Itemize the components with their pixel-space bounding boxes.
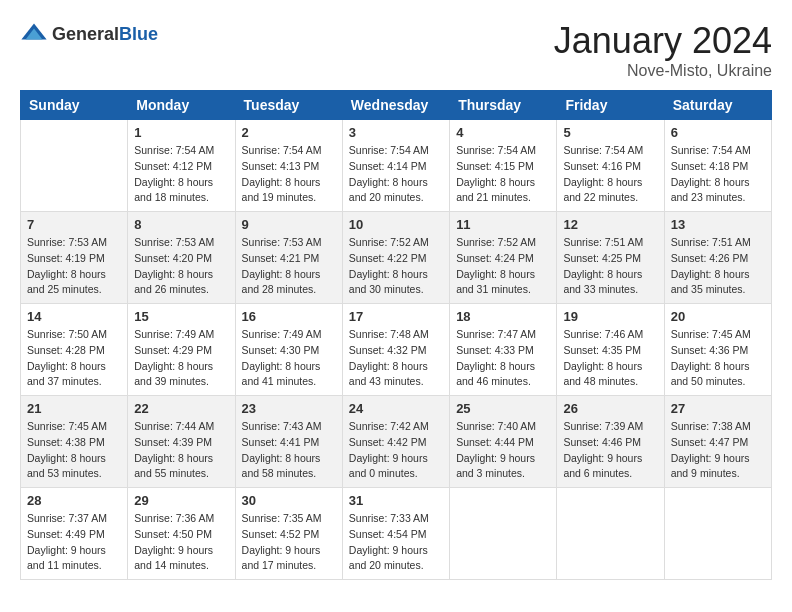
day-info: Sunrise: 7:53 AMSunset: 4:20 PMDaylight:… [134,235,228,298]
day-number: 13 [671,217,765,232]
day-number: 7 [27,217,121,232]
calendar-table: Sunday Monday Tuesday Wednesday Thursday… [20,90,772,580]
table-row: 21Sunrise: 7:45 AMSunset: 4:38 PMDayligh… [21,396,128,488]
table-row: 10Sunrise: 7:52 AMSunset: 4:22 PMDayligh… [342,212,449,304]
day-number: 21 [27,401,121,416]
table-row: 14Sunrise: 7:50 AMSunset: 4:28 PMDayligh… [21,304,128,396]
day-number: 20 [671,309,765,324]
logo-text: GeneralBlue [52,24,158,45]
header-monday: Monday [128,91,235,120]
day-number: 3 [349,125,443,140]
day-number: 29 [134,493,228,508]
day-number: 22 [134,401,228,416]
day-number: 15 [134,309,228,324]
table-row: 18Sunrise: 7:47 AMSunset: 4:33 PMDayligh… [450,304,557,396]
table-row: 22Sunrise: 7:44 AMSunset: 4:39 PMDayligh… [128,396,235,488]
table-row: 31Sunrise: 7:33 AMSunset: 4:54 PMDayligh… [342,488,449,580]
table-row [21,120,128,212]
table-row: 15Sunrise: 7:49 AMSunset: 4:29 PMDayligh… [128,304,235,396]
location-title: Nove-Misto, Ukraine [554,62,772,80]
day-number: 4 [456,125,550,140]
table-row: 30Sunrise: 7:35 AMSunset: 4:52 PMDayligh… [235,488,342,580]
table-row: 17Sunrise: 7:48 AMSunset: 4:32 PMDayligh… [342,304,449,396]
table-row: 13Sunrise: 7:51 AMSunset: 4:26 PMDayligh… [664,212,771,304]
day-number: 18 [456,309,550,324]
header-thursday: Thursday [450,91,557,120]
day-number: 5 [563,125,657,140]
day-info: Sunrise: 7:54 AMSunset: 4:12 PMDaylight:… [134,143,228,206]
header-sunday: Sunday [21,91,128,120]
calendar-header-row: Sunday Monday Tuesday Wednesday Thursday… [21,91,772,120]
table-row: 2Sunrise: 7:54 AMSunset: 4:13 PMDaylight… [235,120,342,212]
header-wednesday: Wednesday [342,91,449,120]
month-title: January 2024 [554,20,772,62]
table-row: 11Sunrise: 7:52 AMSunset: 4:24 PMDayligh… [450,212,557,304]
day-info: Sunrise: 7:51 AMSunset: 4:25 PMDaylight:… [563,235,657,298]
calendar-week-row: 21Sunrise: 7:45 AMSunset: 4:38 PMDayligh… [21,396,772,488]
calendar-week-row: 14Sunrise: 7:50 AMSunset: 4:28 PMDayligh… [21,304,772,396]
day-number: 19 [563,309,657,324]
table-row: 19Sunrise: 7:46 AMSunset: 4:35 PMDayligh… [557,304,664,396]
table-row: 9Sunrise: 7:53 AMSunset: 4:21 PMDaylight… [235,212,342,304]
day-info: Sunrise: 7:54 AMSunset: 4:15 PMDaylight:… [456,143,550,206]
day-number: 16 [242,309,336,324]
header-tuesday: Tuesday [235,91,342,120]
day-info: Sunrise: 7:39 AMSunset: 4:46 PMDaylight:… [563,419,657,482]
day-info: Sunrise: 7:54 AMSunset: 4:13 PMDaylight:… [242,143,336,206]
day-info: Sunrise: 7:54 AMSunset: 4:18 PMDaylight:… [671,143,765,206]
day-number: 26 [563,401,657,416]
day-number: 31 [349,493,443,508]
logo-icon [20,20,48,48]
day-number: 6 [671,125,765,140]
day-number: 1 [134,125,228,140]
day-number: 10 [349,217,443,232]
table-row: 6Sunrise: 7:54 AMSunset: 4:18 PMDaylight… [664,120,771,212]
day-info: Sunrise: 7:51 AMSunset: 4:26 PMDaylight:… [671,235,765,298]
table-row: 4Sunrise: 7:54 AMSunset: 4:15 PMDaylight… [450,120,557,212]
day-number: 2 [242,125,336,140]
day-info: Sunrise: 7:49 AMSunset: 4:30 PMDaylight:… [242,327,336,390]
day-number: 30 [242,493,336,508]
table-row: 25Sunrise: 7:40 AMSunset: 4:44 PMDayligh… [450,396,557,488]
day-info: Sunrise: 7:43 AMSunset: 4:41 PMDaylight:… [242,419,336,482]
table-row: 27Sunrise: 7:38 AMSunset: 4:47 PMDayligh… [664,396,771,488]
table-row: 8Sunrise: 7:53 AMSunset: 4:20 PMDaylight… [128,212,235,304]
day-number: 17 [349,309,443,324]
table-row: 24Sunrise: 7:42 AMSunset: 4:42 PMDayligh… [342,396,449,488]
day-info: Sunrise: 7:54 AMSunset: 4:16 PMDaylight:… [563,143,657,206]
day-number: 14 [27,309,121,324]
table-row: 12Sunrise: 7:51 AMSunset: 4:25 PMDayligh… [557,212,664,304]
table-row: 20Sunrise: 7:45 AMSunset: 4:36 PMDayligh… [664,304,771,396]
day-info: Sunrise: 7:52 AMSunset: 4:22 PMDaylight:… [349,235,443,298]
day-number: 11 [456,217,550,232]
day-info: Sunrise: 7:37 AMSunset: 4:49 PMDaylight:… [27,511,121,574]
day-info: Sunrise: 7:53 AMSunset: 4:21 PMDaylight:… [242,235,336,298]
day-info: Sunrise: 7:49 AMSunset: 4:29 PMDaylight:… [134,327,228,390]
header-friday: Friday [557,91,664,120]
logo-general: General [52,24,119,44]
day-info: Sunrise: 7:52 AMSunset: 4:24 PMDaylight:… [456,235,550,298]
page-header: GeneralBlue January 2024 Nove-Misto, Ukr… [20,20,772,80]
logo-blue: Blue [119,24,158,44]
table-row: 1Sunrise: 7:54 AMSunset: 4:12 PMDaylight… [128,120,235,212]
table-row [664,488,771,580]
header-saturday: Saturday [664,91,771,120]
day-info: Sunrise: 7:40 AMSunset: 4:44 PMDaylight:… [456,419,550,482]
table-row: 28Sunrise: 7:37 AMSunset: 4:49 PMDayligh… [21,488,128,580]
calendar-week-row: 1Sunrise: 7:54 AMSunset: 4:12 PMDaylight… [21,120,772,212]
day-info: Sunrise: 7:33 AMSunset: 4:54 PMDaylight:… [349,511,443,574]
day-info: Sunrise: 7:48 AMSunset: 4:32 PMDaylight:… [349,327,443,390]
day-number: 24 [349,401,443,416]
table-row: 26Sunrise: 7:39 AMSunset: 4:46 PMDayligh… [557,396,664,488]
table-row [557,488,664,580]
table-row: 3Sunrise: 7:54 AMSunset: 4:14 PMDaylight… [342,120,449,212]
day-info: Sunrise: 7:44 AMSunset: 4:39 PMDaylight:… [134,419,228,482]
table-row: 23Sunrise: 7:43 AMSunset: 4:41 PMDayligh… [235,396,342,488]
day-number: 27 [671,401,765,416]
table-row [450,488,557,580]
day-info: Sunrise: 7:53 AMSunset: 4:19 PMDaylight:… [27,235,121,298]
day-info: Sunrise: 7:38 AMSunset: 4:47 PMDaylight:… [671,419,765,482]
day-number: 23 [242,401,336,416]
day-info: Sunrise: 7:36 AMSunset: 4:50 PMDaylight:… [134,511,228,574]
day-number: 12 [563,217,657,232]
